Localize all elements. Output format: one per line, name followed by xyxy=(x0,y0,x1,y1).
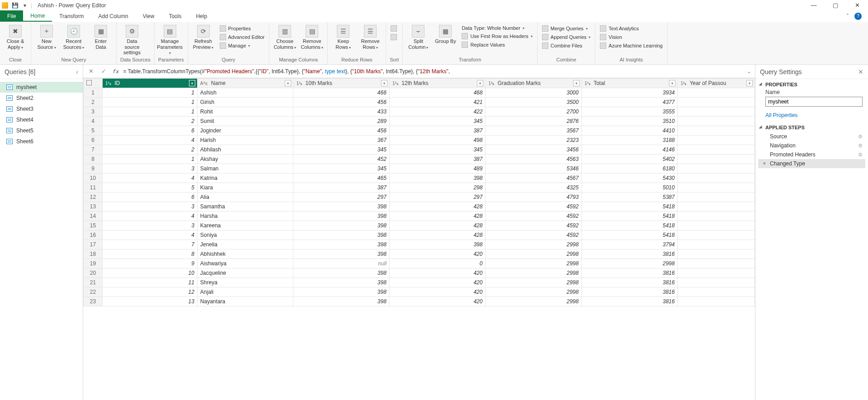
cell-id[interactable]: 8 xyxy=(102,249,197,259)
data-type-button[interactable]: Data Type: Whole Number xyxy=(461,25,533,31)
remove-columns-button[interactable]: ▤Remove Columns xyxy=(300,24,324,50)
cell-year[interactable] xyxy=(678,212,755,221)
text-analytics-button[interactable]: Text Analytics xyxy=(599,25,663,32)
table-row[interactable]: 56Joginder45638735674410 xyxy=(84,126,755,136)
cell-id[interactable]: 13 xyxy=(102,297,197,306)
cell-10th[interactable]: 398 xyxy=(293,231,390,240)
cell-total[interactable]: 3510 xyxy=(581,117,678,126)
cell-id[interactable]: 4 xyxy=(102,212,197,221)
cell-year[interactable] xyxy=(678,287,755,297)
cell-grad[interactable]: 4592 xyxy=(486,221,582,231)
table-row[interactable]: 188Abhishhek39842029983816 xyxy=(84,249,755,259)
cell-12th[interactable]: 420 xyxy=(389,297,486,306)
query-item-sheet5[interactable]: Sheet5 xyxy=(0,125,83,136)
cell-12th[interactable]: 468 xyxy=(389,88,486,98)
query-item-sheet4[interactable]: Sheet4 xyxy=(0,114,83,125)
column-header-graduation-marks[interactable]: 1²₃ Graduation Marks▾ xyxy=(486,79,582,88)
cell-12th[interactable]: 387 xyxy=(389,126,486,136)
table-row[interactable]: 31Rohit43342227003555 xyxy=(84,107,755,117)
table-row[interactable]: 21Girish45642135004377 xyxy=(84,98,755,107)
cell-grad[interactable]: 4567 xyxy=(486,174,582,183)
cell-10th[interactable]: 398 xyxy=(293,221,390,231)
cell-10th[interactable]: 466 xyxy=(293,88,390,98)
cell-grad[interactable]: 2876 xyxy=(486,117,582,126)
properties-button[interactable]: Properties xyxy=(219,25,266,32)
gear-icon[interactable]: ⚙ xyxy=(858,143,863,149)
cell-year[interactable] xyxy=(678,98,755,107)
cell-10th[interactable]: 398 xyxy=(293,249,390,259)
cell-year[interactable] xyxy=(678,268,755,278)
table-row[interactable]: 72Abhilash34534534564146 xyxy=(84,145,755,155)
step-source[interactable]: Source⚙ xyxy=(758,132,865,141)
cell-10th[interactable]: 345 xyxy=(293,164,390,174)
applied-steps-section[interactable]: APPLIED STEPS xyxy=(755,122,868,132)
cell-total[interactable]: 4146 xyxy=(581,145,678,155)
row-number[interactable]: 18 xyxy=(84,249,103,259)
cell-12th[interactable]: 398 xyxy=(389,174,486,183)
cell-total[interactable]: 5418 xyxy=(581,202,678,212)
table-row[interactable]: 199Aishwariyanull029982998 xyxy=(84,259,755,268)
row-number[interactable]: 4 xyxy=(84,117,103,126)
choose-columns-button[interactable]: ▥Choose Columns xyxy=(273,24,297,50)
sort-desc-button[interactable] xyxy=(390,33,398,41)
cell-total[interactable]: 3555 xyxy=(581,107,678,117)
replace-values-button[interactable]: Replace Values xyxy=(461,41,533,48)
query-name-input[interactable] xyxy=(765,97,863,107)
cell-name[interactable]: Joginder xyxy=(197,126,293,136)
row-number[interactable]: 17 xyxy=(84,240,103,249)
cell-name[interactable]: Kareena xyxy=(197,221,293,231)
cell-grad[interactable]: 4563 xyxy=(486,155,582,164)
cell-10th[interactable]: 398 xyxy=(293,278,390,287)
filter-icon[interactable]: ▾ xyxy=(189,80,195,86)
cell-year[interactable] xyxy=(678,193,755,202)
formula-bar[interactable]: = Table.TransformColumnTypes(#"Promoted … xyxy=(123,68,742,75)
cell-grad[interactable]: 2700 xyxy=(486,107,582,117)
ribbon-collapse-icon[interactable]: ˄ xyxy=(846,13,849,19)
cell-grad[interactable]: 4325 xyxy=(486,183,582,193)
minimize-button[interactable]: — xyxy=(805,1,823,10)
cell-grad[interactable]: 3567 xyxy=(486,126,582,136)
cell-total[interactable]: 5387 xyxy=(581,193,678,202)
cell-grad[interactable]: 2998 xyxy=(486,278,582,287)
cell-10th[interactable]: 433 xyxy=(293,107,390,117)
cell-name[interactable]: Katrina xyxy=(197,174,293,183)
cell-12th[interactable]: 398 xyxy=(389,240,486,249)
row-number[interactable]: 14 xyxy=(84,212,103,221)
help-tab[interactable]: Help xyxy=(189,10,214,22)
combine-files-button[interactable]: Combine Files xyxy=(541,42,592,49)
cell-12th[interactable]: 420 xyxy=(389,287,486,297)
cell-10th[interactable]: null xyxy=(293,259,390,268)
all-properties-link[interactable]: All Properties xyxy=(755,110,868,122)
row-number[interactable]: 11 xyxy=(84,183,103,193)
recent-sources-button[interactable]: 🕘Recent Sources xyxy=(62,24,85,50)
cell-grad[interactable]: 3456 xyxy=(486,145,582,155)
table-row[interactable]: 126Alia29729747935387 xyxy=(84,193,755,202)
save-icon[interactable]: 💾 xyxy=(11,1,19,9)
table-row[interactable]: 133Samantha39842845925418 xyxy=(84,202,755,212)
cell-12th[interactable]: 0 xyxy=(389,259,486,268)
cell-year[interactable] xyxy=(678,202,755,212)
maximize-button[interactable]: ▢ xyxy=(826,1,844,10)
manage-button[interactable]: Manage xyxy=(219,42,266,49)
column-header-12th-marks[interactable]: 1²₃ 12th Marks▾ xyxy=(389,79,486,88)
step-promoted-headers[interactable]: Promoted Headers⚙ xyxy=(758,150,865,159)
cell-year[interactable] xyxy=(678,164,755,174)
row-number[interactable]: 22 xyxy=(84,287,103,297)
cell-year[interactable] xyxy=(678,259,755,268)
formula-expand-icon[interactable]: ⌄ xyxy=(747,68,751,75)
cell-10th[interactable]: 398 xyxy=(293,287,390,297)
split-column-button[interactable]: ⫟Split Column xyxy=(406,24,430,50)
table-row[interactable]: 177Jenelia39839829983794 xyxy=(84,240,755,249)
cell-total[interactable]: 4410 xyxy=(581,126,678,136)
cell-id[interactable]: 3 xyxy=(102,202,197,212)
filter-icon[interactable]: ▾ xyxy=(669,80,675,86)
cell-id[interactable]: 10 xyxy=(102,268,197,278)
cell-12th[interactable]: 387 xyxy=(389,155,486,164)
table-row[interactable]: 153Kareena39842845925418 xyxy=(84,221,755,231)
cell-12th[interactable]: 421 xyxy=(389,98,486,107)
cell-total[interactable]: 3794 xyxy=(581,240,678,249)
column-header-total[interactable]: 1²₃ Total▾ xyxy=(581,79,678,88)
cell-total[interactable]: 3934 xyxy=(581,88,678,98)
cell-total[interactable]: 5418 xyxy=(581,221,678,231)
cell-12th[interactable]: 428 xyxy=(389,212,486,221)
